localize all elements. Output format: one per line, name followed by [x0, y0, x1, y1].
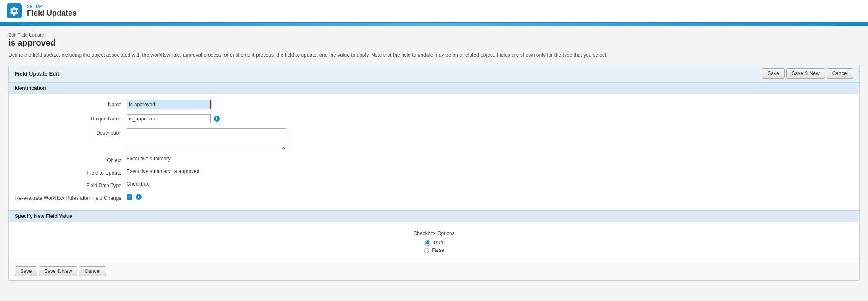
specify-section-header: Specify New Field Value	[9, 210, 859, 222]
top-cancel-button[interactable]: Cancel	[827, 68, 853, 79]
specify-body: Checkbox Options True False	[9, 222, 859, 262]
description-value	[127, 128, 859, 151]
edit-label: Edit Field Update	[8, 32, 860, 37]
re-evaluate-label: Re-evaluate Workflow Rules after Field C…	[9, 194, 127, 201]
top-button-group: Save Save & New Cancel	[762, 68, 853, 79]
page-title: Field Updates	[27, 9, 77, 18]
name-value	[127, 100, 859, 109]
radio-true-row: True	[425, 240, 443, 246]
re-evaluate-row: Re-evaluate Workflow Rules after Field C…	[9, 193, 859, 202]
re-evaluate-info-icon[interactable]: i	[136, 194, 142, 200]
bottom-cancel-button[interactable]: Cancel	[79, 266, 106, 276]
radio-false-label: False	[432, 247, 444, 253]
page-description: Define the field update, including the o…	[8, 51, 860, 59]
field-data-type-value: Checkbox	[127, 181, 859, 187]
field-to-update-value: Executive summary: is approved	[127, 168, 859, 174]
object-value: Executive summary	[127, 156, 859, 162]
form-card: Field Update Edit Save Save & New Cancel…	[8, 65, 860, 281]
unique-name-label: Unique Name	[9, 114, 127, 122]
setup-label: SETUP	[27, 4, 77, 9]
page-content: Edit Field Update is approved Define the…	[0, 26, 868, 288]
bottom-save-new-button[interactable]: Save & New	[39, 266, 77, 276]
top-save-new-button[interactable]: Save & New	[786, 68, 825, 79]
form-body: Name Unique Name i Description	[9, 94, 859, 210]
name-input[interactable]	[127, 100, 211, 109]
field-to-update-label: Field to Update	[9, 168, 127, 176]
radio-false-input[interactable]	[424, 248, 429, 253]
radio-true-label: True	[433, 240, 443, 246]
gear-icon	[10, 6, 19, 16]
radio-options: True False	[9, 240, 859, 253]
object-label: Object	[9, 156, 127, 163]
top-section-header: Field Update Edit Save Save & New Cancel	[9, 65, 859, 82]
header: SETUP Field Updates	[0, 0, 868, 23]
unique-name-input[interactable]	[127, 114, 211, 123]
app-icon	[7, 3, 22, 18]
field-to-update-row: Field to Update Executive summary: is ap…	[9, 168, 859, 177]
identification-label: Identification	[15, 85, 46, 91]
bottom-bar: Save Save & New Cancel	[9, 262, 859, 280]
form-section-title: Field Update Edit	[15, 71, 59, 77]
identification-section-header: Identification	[9, 82, 859, 94]
object-row: Object Executive summary	[9, 155, 859, 164]
bottom-save-button[interactable]: Save	[15, 266, 37, 276]
specify-label: Specify New Field Value	[15, 213, 72, 219]
field-data-type-row: Field Data Type Checkbox	[9, 180, 859, 189]
radio-false-row: False	[424, 247, 444, 253]
description-label: Description	[9, 128, 127, 136]
unique-name-value: i	[127, 114, 859, 123]
top-save-button[interactable]: Save	[762, 68, 784, 79]
page-heading: is approved	[8, 38, 860, 48]
name-row: Name	[9, 99, 859, 110]
re-evaluate-value: ✓ i	[127, 194, 859, 200]
unique-name-info-icon[interactable]: i	[214, 116, 220, 122]
header-text: SETUP Field Updates	[27, 4, 77, 18]
description-textarea[interactable]	[127, 128, 286, 149]
re-evaluate-checkbox[interactable]: ✓	[127, 194, 132, 200]
checkbox-options-label: Checkbox Options	[9, 230, 859, 236]
name-label: Name	[9, 100, 127, 107]
description-row: Description	[9, 128, 859, 152]
radio-true-input[interactable]	[425, 240, 430, 246]
unique-name-row: Unique Name i	[9, 113, 859, 124]
field-data-type-label: Field Data Type	[9, 181, 127, 188]
